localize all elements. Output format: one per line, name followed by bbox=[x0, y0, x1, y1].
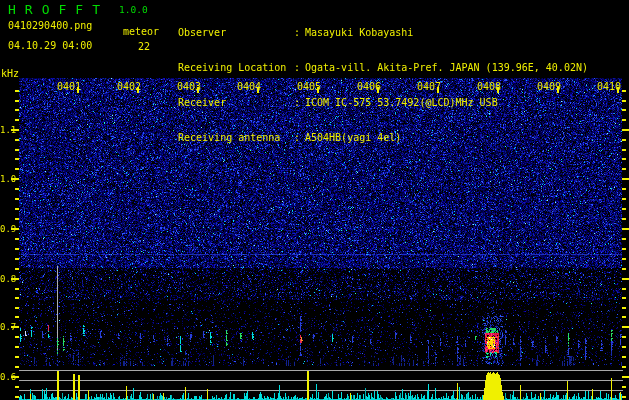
time-label: 0404 bbox=[237, 81, 261, 92]
info-colon: : bbox=[294, 97, 305, 109]
time-label: 0406 bbox=[357, 81, 381, 92]
info-label: Receiving antenna bbox=[178, 132, 294, 144]
datetime-label: 04.10.29 04:00 bbox=[8, 40, 92, 51]
freq-label: 1.1 bbox=[0, 125, 16, 135]
meteor-count: 22 bbox=[138, 41, 150, 52]
info-value: ICOM IC-575 53.7492(@LCD)MHz USB bbox=[305, 97, 498, 108]
freq-label: 0.8 bbox=[0, 274, 16, 284]
freq-label: 0.7 bbox=[0, 322, 16, 332]
time-label: 0405 bbox=[297, 81, 321, 92]
time-label: 0407 bbox=[417, 81, 441, 92]
time-label: 0409 bbox=[537, 81, 561, 92]
info-label: Receiving Location bbox=[178, 62, 294, 74]
info-row-receiver: Receiver:ICOM IC-575 53.7492(@LCD)MHz US… bbox=[178, 97, 588, 109]
freq-label: 0.6 bbox=[0, 372, 16, 382]
info-value: Masayuki Kobayashi bbox=[305, 27, 413, 38]
time-label: 0403 bbox=[177, 81, 201, 92]
info-value: Ogata-vill. Akita-Pref. JAPAN (139.96E, … bbox=[305, 62, 588, 73]
app-version: 1.0.0 bbox=[119, 4, 148, 15]
hrofft-output: HROFFT 1.0.0 0410290400.png meteor 04.10… bbox=[0, 0, 629, 400]
mode-label: meteor bbox=[123, 26, 159, 37]
info-label: Observer bbox=[178, 27, 294, 39]
freq-label: 1.0 bbox=[0, 174, 16, 184]
info-colon: : bbox=[294, 27, 305, 39]
time-label: 0402 bbox=[117, 81, 141, 92]
info-colon: : bbox=[294, 132, 305, 144]
info-label: Receiver bbox=[178, 97, 294, 109]
info-value: A504HB(yagi 4el) bbox=[305, 132, 401, 143]
info-row-antenna: Receiving antenna:A504HB(yagi 4el) bbox=[178, 132, 588, 144]
app-title: HROFFT bbox=[8, 2, 109, 17]
info-row-observer: Observer:Masayuki Kobayashi bbox=[178, 27, 588, 39]
freq-axis-unit: kHz bbox=[1, 68, 19, 79]
time-label: 0408 bbox=[477, 81, 501, 92]
time-label: 0410 bbox=[597, 81, 621, 92]
time-label: 0401 bbox=[57, 81, 81, 92]
info-row-location: Receiving Location:Ogata-vill. Akita-Pre… bbox=[178, 62, 588, 74]
info-colon: : bbox=[294, 62, 305, 74]
output-filename: 0410290400.png bbox=[8, 20, 92, 31]
freq-label: 0.9 bbox=[0, 224, 16, 234]
